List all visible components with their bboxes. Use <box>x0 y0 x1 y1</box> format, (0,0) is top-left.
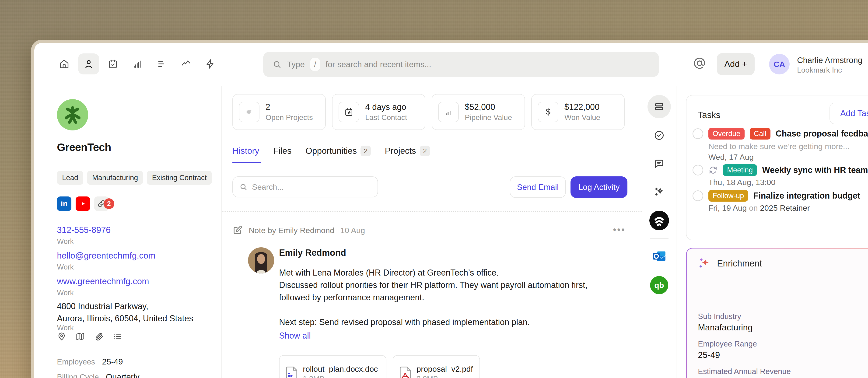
enrichment-label: Employee Range <box>698 340 757 348</box>
map-pin-icon[interactable] <box>57 332 66 341</box>
automations-icon[interactable] <box>200 54 221 74</box>
task-deal-link[interactable]: 2025 Retainer <box>758 203 810 212</box>
rail-divider-left <box>643 86 643 378</box>
address-type-label: Work <box>57 324 74 332</box>
add-task-button[interactable]: Add Task <box>830 103 868 124</box>
recurring-icon <box>708 165 718 175</box>
list-icon[interactable] <box>113 332 122 341</box>
projects-count: 2 <box>420 146 430 156</box>
history-search-input[interactable]: Search... <box>232 177 378 197</box>
rail-separator <box>650 239 669 239</box>
employees-field: Employees 25-49 <box>57 357 123 366</box>
activity-icon[interactable] <box>176 54 196 74</box>
note-edit-icon <box>232 225 243 235</box>
task-date: Thu, 18 Aug, 13:00 <box>708 178 775 187</box>
home-icon[interactable] <box>54 54 75 74</box>
task-row-1[interactable]: Overdue Call Chase proposal feedback <box>692 128 868 139</box>
task-description: Need to make sure we’re getting more... <box>708 142 849 151</box>
note-menu-icon[interactable]: ••• <box>613 224 626 235</box>
slash-keycap: / <box>310 58 320 71</box>
stat-value: 4 days ago <box>365 102 407 113</box>
tab-files[interactable]: Files <box>273 146 291 156</box>
user-info[interactable]: Charlie Armstrong Lookmark Inc <box>797 55 862 75</box>
email-type-label: Work <box>57 263 74 271</box>
phone-link[interactable]: 312-555-8976 <box>57 225 111 235</box>
task-row-2[interactable]: Meeting Weekly sync with HR team <box>692 164 868 176</box>
send-email-button[interactable]: Send Email <box>510 177 566 198</box>
note-date: 10 Aug <box>340 226 365 235</box>
linkedin-icon[interactable]: in <box>57 196 71 211</box>
rail-comments-icon[interactable] <box>648 152 671 176</box>
website-link[interactable]: www.greentechmfg.com <box>57 277 149 286</box>
show-all-link[interactable]: Show all <box>279 331 311 341</box>
stat-last-contact[interactable]: 4 days agoLast Contact <box>332 94 425 130</box>
task-checkbox[interactable] <box>692 128 703 139</box>
task-title: Weekly sync with HR team <box>762 165 868 175</box>
enrichment-title: Enrichment <box>717 258 762 269</box>
rail-ai-sparkles-icon[interactable] <box>648 180 671 203</box>
billing-cycle-value[interactable]: Quarterly <box>106 372 140 378</box>
rail-signal-logo-icon[interactable] <box>648 209 671 232</box>
address-actions <box>57 332 122 341</box>
history-search-placeholder: Search... <box>252 183 284 192</box>
sidebar-divider <box>221 86 222 378</box>
enrichment-sparkle-icon <box>698 257 711 270</box>
address-line2: Aurora, Illinois, 60504, United States <box>57 313 193 324</box>
rail-cards-icon[interactable] <box>648 95 671 118</box>
stat-value: $52,000 <box>465 102 512 113</box>
email-link[interactable]: hello@greentechmfg.com <box>57 251 155 261</box>
global-search-prefix: Type <box>287 60 305 69</box>
website-type-label: Work <box>57 289 74 297</box>
tab-bar: History Files Opportunities2 Projects2 <box>232 146 430 156</box>
app-window: Type / for search and recent items... Ad… <box>31 40 868 378</box>
task-title: Finalize integration budget <box>753 191 860 201</box>
tab-history[interactable]: History <box>232 146 259 156</box>
file-attachment-doc[interactable]: rollout_plan.docx.doc1.2MB <box>279 355 386 378</box>
enrichment-value: Manafacturing <box>698 323 752 333</box>
lists-icon[interactable] <box>151 54 172 74</box>
stat-won-value[interactable]: $122,000Won Value <box>531 94 625 130</box>
tab-projects[interactable]: Projects2 <box>385 146 430 156</box>
outlook-icon[interactable] <box>648 245 671 268</box>
quickbooks-icon[interactable]: qb <box>648 274 671 297</box>
contacts-icon[interactable] <box>78 54 99 74</box>
billing-cycle-field: Billing Cycle Quarterly <box>57 372 140 378</box>
company-logo <box>57 99 88 130</box>
social-links: in 2 <box>57 196 109 211</box>
paperclip-icon[interactable] <box>94 332 103 341</box>
stat-open-projects[interactable]: 2Open Projects <box>232 94 326 130</box>
links-chip[interactable]: 2 <box>94 196 109 211</box>
map-icon[interactable] <box>75 332 85 341</box>
tag-lead[interactable]: Lead <box>57 171 83 185</box>
stat-label: Last Contact <box>365 113 407 122</box>
enrichment-label: Estimated Annual Revenue <box>698 367 791 376</box>
task-badge-call: Call <box>750 128 771 139</box>
desktop: Type / for search and recent items... Ad… <box>0 0 868 378</box>
add-button[interactable]: Add + <box>717 53 754 75</box>
phone-type-label: Work <box>57 237 74 246</box>
active-tab-underline <box>232 162 261 163</box>
user-avatar[interactable]: CA <box>769 54 789 74</box>
file-attachment-pdf[interactable]: proposal_v2.pdf2.8MB <box>393 355 480 378</box>
tag-existing-contract[interactable]: Existing Contract <box>147 171 212 185</box>
reports-icon[interactable] <box>127 54 148 74</box>
task-checkbox[interactable] <box>692 190 703 201</box>
task-checkbox[interactable] <box>692 165 703 176</box>
mentions-icon[interactable] <box>693 57 706 70</box>
log-activity-button[interactable]: Log Activity <box>570 177 627 198</box>
calendar-icon[interactable] <box>102 54 123 74</box>
enrichment-value: 25-49 <box>698 350 720 360</box>
doc-file-icon <box>286 366 298 378</box>
youtube-icon[interactable] <box>75 196 90 211</box>
task-row-3[interactable]: Follow-up Finalize integration budget <box>692 190 860 201</box>
tab-opportunities[interactable]: Opportunities2 <box>305 146 371 156</box>
stat-value: 2 <box>266 102 313 113</box>
employees-value[interactable]: 25-49 <box>102 357 123 366</box>
rail-tasks-icon[interactable] <box>648 124 671 147</box>
app-surface: Type / for search and recent items... Ad… <box>34 43 868 378</box>
tag-manufacturing[interactable]: Manufacturing <box>87 171 143 185</box>
note-line: followed by performance management. <box>279 291 643 304</box>
stat-pipeline-value[interactable]: $52,000Pipeline Value <box>432 94 525 130</box>
note-header-text: Note by Emily Redmond <box>249 226 334 235</box>
global-search-input[interactable]: Type / for search and recent items... <box>263 52 659 77</box>
